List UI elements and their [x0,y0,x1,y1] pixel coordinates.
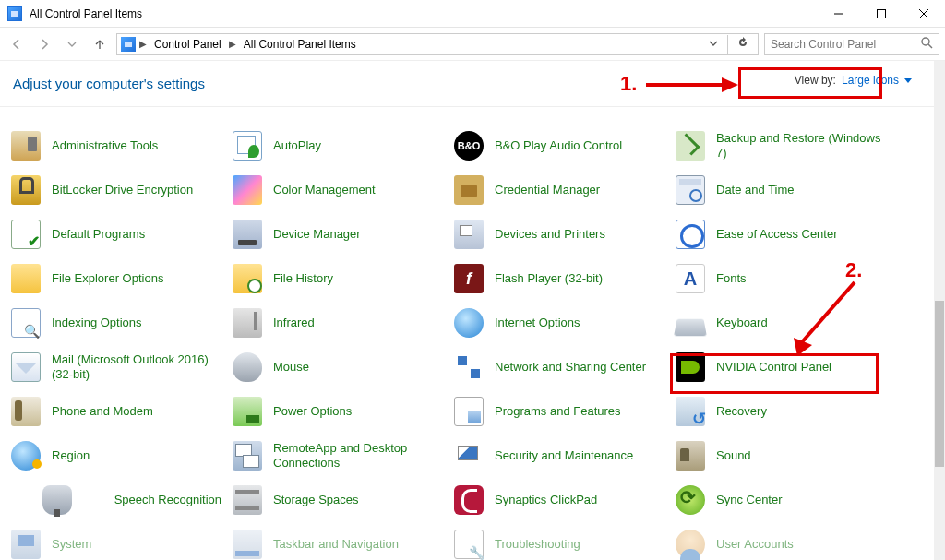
item-label[interactable]: Security and Maintenance [495,448,633,463]
item-label[interactable]: Ease of Access Center [716,227,838,242]
item-label[interactable]: B&O Play Audio Control [495,138,622,153]
item-backup-restore[interactable]: Backup and Restore (Windows 7) [670,124,891,168]
item-label[interactable]: Date and Time [716,183,795,197]
item-mail[interactable]: Mail (Microsoft Outlook 2016) (32-bit) [6,345,227,389]
item-label[interactable]: Sync Center [716,493,783,507]
item-label[interactable]: Indexing Options [52,316,142,330]
item-label[interactable]: BitLocker Drive Encryption [52,183,193,197]
back-button[interactable] [6,33,28,55]
maximize-button[interactable] [860,0,903,27]
address-dropdown-icon[interactable] [703,38,724,51]
item-label[interactable]: Credential Manager [495,183,600,197]
item-sync-center[interactable]: Sync Center [670,478,891,522]
item-color-management[interactable]: Color Management [227,168,449,212]
view-by-selector[interactable]: View by: Large icons [795,74,912,87]
item-internet-options[interactable]: Internet Options [449,301,670,345]
item-label[interactable]: Default Programs [52,227,145,242]
item-label[interactable]: Internet Options [495,316,580,330]
item-label[interactable]: Speech Recognition [114,493,221,507]
item-mouse[interactable]: Mouse [227,345,449,389]
item-label[interactable]: Mail (Microsoft Outlook 2016) (32-bit) [52,352,221,381]
item-remoteapp[interactable]: RemoteApp and Desktop Connections [227,434,449,478]
item-flash-player[interactable]: fFlash Player (32-bit) [449,256,670,301]
view-by-value[interactable]: Large icons [842,74,912,87]
item-label[interactable]: Backup and Restore (Windows 7) [716,131,886,160]
item-label[interactable]: Sound [716,448,751,463]
item-ease-of-access[interactable]: Ease of Access Center [670,212,891,256]
vertical-scrollbar[interactable] [934,61,945,560]
item-label[interactable]: Flash Player (32-bit) [495,271,603,286]
item-programs-features[interactable]: Programs and Features [449,389,670,434]
search-input[interactable]: Search Control Panel [764,33,939,55]
item-phone-modem[interactable]: Phone and Modem [6,389,227,434]
minimize-button[interactable] [818,0,860,27]
items-scroll-region[interactable]: Administrative Tools AutoPlay B&OB&O Pla… [0,109,934,560]
item-label[interactable]: System [52,537,91,552]
item-synaptics[interactable]: Synaptics ClickPad [449,478,670,522]
item-label[interactable]: Programs and Features [495,404,621,419]
item-bo-audio[interactable]: B&OB&O Play Audio Control [449,124,670,168]
item-label[interactable]: Region [52,448,90,463]
item-label[interactable]: Taskbar and Navigation [273,537,399,552]
breadcrumb-control-panel[interactable]: Control Panel [150,34,225,54]
refresh-button[interactable] [732,37,754,51]
item-keyboard[interactable]: Keyboard [670,301,891,345]
scrollbar-thumb[interactable] [935,301,944,467]
item-label[interactable]: Synaptics ClickPad [495,493,597,507]
item-label[interactable]: Devices and Printers [495,227,605,242]
item-administrative-tools[interactable]: Administrative Tools [6,124,227,168]
item-default-programs[interactable]: Default Programs [6,212,227,256]
item-network-sharing[interactable]: Network and Sharing Center [449,345,670,389]
item-label[interactable]: File Explorer Options [52,271,163,286]
item-bitlocker[interactable]: BitLocker Drive Encryption [6,168,227,212]
item-label[interactable]: Color Management [273,183,376,197]
item-label[interactable]: Administrative Tools [52,138,158,153]
item-label[interactable]: AutoPlay [273,138,321,153]
item-label[interactable]: Power Options [273,404,352,419]
item-recovery[interactable]: Recovery [670,389,891,434]
forward-button[interactable] [33,33,55,55]
item-label[interactable]: Fonts [716,271,747,286]
item-label[interactable]: Storage Spaces [273,493,359,507]
item-fonts[interactable]: AFonts [670,256,891,301]
item-storage-spaces[interactable]: Storage Spaces [227,478,449,522]
breadcrumb-all-items[interactable]: All Control Panel Items [240,34,360,54]
item-nvidia-control-panel[interactable]: NVIDIA Control Panel [670,345,891,389]
item-infrared[interactable]: Infrared [227,301,449,345]
item-label[interactable]: Mouse [273,360,309,375]
item-speech-recognition[interactable]: Speech Recognition [6,478,227,522]
item-user-accounts[interactable]: User Accounts [670,522,891,560]
item-label[interactable]: User Accounts [716,537,794,552]
item-indexing-options[interactable]: Indexing Options [6,301,227,345]
item-taskbar-navigation[interactable]: Taskbar and Navigation [227,522,449,560]
chevron-right-icon[interactable]: ▶ [227,39,238,49]
chevron-right-icon[interactable]: ▶ [138,39,149,49]
address-bar[interactable]: ▶ Control Panel ▶ All Control Panel Item… [116,33,759,55]
item-label[interactable]: NVIDIA Control Panel [716,360,831,375]
item-label[interactable]: Keyboard [716,316,768,330]
item-sound[interactable]: Sound [670,434,891,478]
item-troubleshooting[interactable]: Troubleshooting [449,522,670,560]
item-label[interactable]: RemoteApp and Desktop Connections [273,441,443,470]
item-label[interactable]: Device Manager [273,227,361,242]
item-label[interactable]: Troubleshooting [495,537,580,552]
item-region[interactable]: Region [6,434,227,478]
item-file-explorer-options[interactable]: File Explorer Options [6,256,227,301]
item-label[interactable]: Phone and Modem [52,404,153,419]
item-power-options[interactable]: Power Options [227,389,449,434]
item-device-manager[interactable]: Device Manager [227,212,449,256]
item-label[interactable]: File History [273,271,333,286]
item-date-time[interactable]: Date and Time [670,168,891,212]
item-label[interactable]: Infrared [273,316,315,330]
item-autoplay[interactable]: AutoPlay [227,124,449,168]
item-devices-printers[interactable]: Devices and Printers [449,212,670,256]
item-label[interactable]: Network and Sharing Center [495,360,646,375]
item-system[interactable]: System [6,522,227,560]
up-button[interactable] [89,33,111,55]
item-file-history[interactable]: File History [227,256,449,301]
item-credential-manager[interactable]: Credential Manager [449,168,670,212]
recent-dropdown[interactable] [61,33,83,55]
close-button[interactable] [903,0,945,27]
item-security-maintenance[interactable]: Security and Maintenance [449,434,670,478]
item-label[interactable]: Recovery [716,404,767,419]
